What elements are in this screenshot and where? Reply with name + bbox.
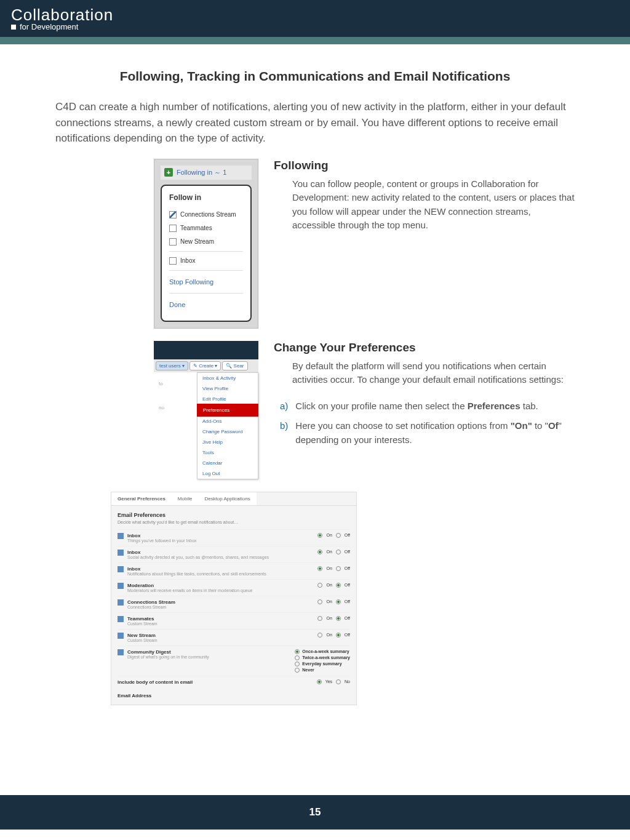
- inbox-icon: [118, 566, 124, 572]
- page-header: Collaboration: [0, 0, 630, 37]
- prefs-tab[interactable]: Desktop Applications: [198, 492, 256, 505]
- inbox-icon: [118, 550, 124, 556]
- search-pill[interactable]: 🔍 Sear: [222, 361, 247, 370]
- radio-yes[interactable]: [317, 679, 322, 684]
- user-dropdown-menu: Inbox & ActivityView ProfileEdit Profile…: [197, 372, 258, 479]
- follow-title: Follow in: [169, 193, 243, 202]
- radio-off[interactable]: [336, 633, 341, 638]
- radio-off[interactable]: [336, 566, 341, 571]
- follow-head-text: Following in ～ 1: [177, 168, 226, 177]
- email-address-label: Email Address: [118, 693, 350, 698]
- prefs-tab[interactable]: General Preferences: [111, 492, 172, 505]
- radio-on[interactable]: [317, 616, 322, 621]
- checkbox-icon[interactable]: [169, 211, 177, 218]
- follow-option[interactable]: Teammates: [169, 222, 243, 235]
- email-preferences-panel: General PreferencesMobileDesktop Applica…: [111, 492, 357, 705]
- radio-off[interactable]: [336, 533, 341, 538]
- plus-icon[interactable]: +: [164, 168, 173, 177]
- menu-item[interactable]: Add-Ons: [197, 416, 258, 426]
- radio-off[interactable]: [336, 599, 341, 604]
- inbox-icon: [118, 599, 124, 606]
- change-prefs-heading: Change Your Preferences: [274, 341, 575, 354]
- inbox-icon: [118, 583, 124, 589]
- pref-row: TeammatesCustom StreamOnOff: [118, 612, 350, 629]
- radio-on[interactable]: [317, 533, 322, 538]
- change-prefs-body: By default the platform will send you no…: [274, 359, 575, 387]
- inbox-icon: [118, 633, 124, 639]
- menu-item[interactable]: Jive Help: [197, 437, 258, 447]
- radio-no[interactable]: [336, 679, 341, 684]
- pref-row: InboxThings you've followed in your Inbo…: [118, 529, 350, 546]
- include-body-row: Include body of content in email Yes No: [118, 676, 350, 688]
- menu-item[interactable]: Edit Profile: [197, 394, 258, 404]
- instruction-step: a)Click on your profile name then select…: [274, 399, 575, 414]
- following-body: You can follow people, content or groups…: [274, 177, 575, 233]
- pref-row-digest: Community Digest Digest of what's going …: [118, 646, 350, 676]
- intro-paragraph: C4D can create a high number of notifica…: [55, 99, 575, 146]
- radio-on[interactable]: [317, 599, 322, 604]
- page-footer: 15: [0, 795, 630, 830]
- menu-item[interactable]: Calendar: [197, 458, 258, 468]
- menu-item[interactable]: Tools: [197, 447, 258, 458]
- follow-option[interactable]: Connections Stream: [169, 208, 243, 222]
- user-pill[interactable]: test users ▾: [156, 361, 188, 370]
- radio-off[interactable]: [336, 616, 341, 621]
- radio-on[interactable]: [317, 633, 322, 638]
- checkbox-icon[interactable]: [169, 238, 177, 246]
- email-prefs-sub: Decide what activity you'd like to get e…: [118, 520, 350, 524]
- radio-on[interactable]: [317, 550, 322, 554]
- radio-digest[interactable]: [295, 662, 300, 666]
- menu-item[interactable]: View Profile: [197, 383, 258, 394]
- checkbox-icon[interactable]: [169, 257, 177, 265]
- pref-row: InboxSocial activity directed at you, su…: [118, 546, 350, 562]
- menu-item[interactable]: Preferences: [197, 404, 258, 417]
- stop-following-link[interactable]: Stop Following: [169, 273, 243, 290]
- menu-item[interactable]: Inbox & Activity: [197, 373, 258, 383]
- accent-band: [0, 37, 630, 44]
- user-menu-screenshot: test users ▾ ✎ Create ▾ 🔍 Sear to no Inb…: [154, 341, 258, 479]
- following-heading: Following: [274, 159, 575, 172]
- page-number: 15: [309, 806, 321, 818]
- inbox-icon: [118, 616, 124, 622]
- checkbox-icon[interactable]: [169, 225, 177, 232]
- menu-item[interactable]: Log Out: [197, 468, 258, 479]
- radio-on[interactable]: [317, 566, 322, 571]
- page-content: Following, Tracking in Communications an…: [0, 44, 630, 795]
- menu-item[interactable]: Change Password: [197, 426, 258, 437]
- radio-digest[interactable]: [295, 668, 300, 673]
- inbox-icon: [118, 533, 124, 539]
- pref-row: InboxNotifications about things like tas…: [118, 562, 350, 579]
- instruction-step: b)Here you can choose to set notificatio…: [274, 419, 575, 447]
- pref-row: Connections StreamConnections StreamOnOf…: [118, 596, 350, 612]
- follow-popup: + Following in ～ 1 Follow in Connections…: [154, 159, 258, 329]
- follow-option[interactable]: Inbox: [169, 254, 243, 268]
- pref-row: ModerationModerators will receive emails…: [118, 579, 350, 596]
- radio-digest[interactable]: [295, 649, 300, 654]
- radio-on[interactable]: [317, 583, 322, 588]
- create-pill[interactable]: ✎ Create ▾: [189, 361, 221, 370]
- prefs-tab[interactable]: Mobile: [172, 492, 199, 505]
- follow-option[interactable]: New Stream: [169, 235, 243, 249]
- radio-off[interactable]: [336, 583, 341, 588]
- radio-digest[interactable]: [295, 655, 300, 660]
- stream-icon: [118, 649, 124, 655]
- page-title: Following, Tracking in Communications an…: [55, 69, 575, 84]
- pref-row: New StreamCustom StreamOnOff: [118, 629, 350, 646]
- radio-off[interactable]: [336, 550, 341, 554]
- done-link[interactable]: Done: [169, 296, 243, 313]
- email-prefs-heading: Email Preferences: [118, 512, 350, 518]
